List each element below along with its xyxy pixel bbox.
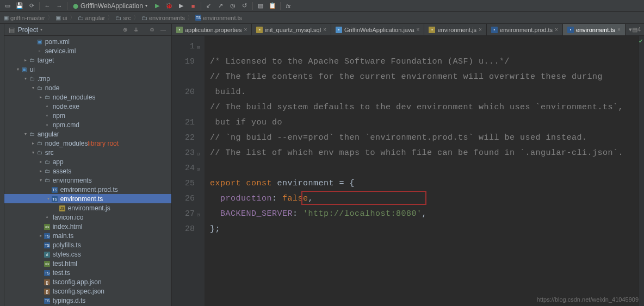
- close-tab-icon[interactable]: ×: [555, 27, 558, 33]
- tree-row[interactable]: 🗀target: [4, 55, 171, 65]
- more-tabs-icon[interactable]: ▾▤4: [626, 24, 644, 35]
- breadcrumb-item[interactable]: ▣griffin-master: [3, 14, 45, 21]
- save-icon[interactable]: 💾: [15, 2, 24, 10]
- vcs-revert-icon[interactable]: ↺: [240, 2, 249, 10]
- tree-row[interactable]: TStest.ts: [4, 268, 171, 277]
- hide-panel-icon[interactable]: —: [159, 26, 167, 34]
- structure-icon[interactable]: ▤: [256, 2, 265, 10]
- main-toolbar: ▭ 💾 ⟳ ← → ⬤ GriffinWebApplication ▶ 🐞 ▶ …: [0, 0, 644, 12]
- error-stripe[interactable]: ✔: [639, 36, 644, 306]
- stop-icon[interactable]: ■: [189, 2, 197, 10]
- code-content[interactable]: /* Licensed to the Apache Software Found…: [205, 36, 639, 306]
- breadcrumb-item[interactable]: 🗀src: [115, 15, 131, 21]
- fx-icon[interactable]: fx: [284, 2, 293, 10]
- close-tab-icon[interactable]: ×: [617, 27, 621, 33]
- close-tab-icon[interactable]: ×: [479, 27, 482, 33]
- project-panel: ▤ Project ⊕ ⇊ ⚙ — ▣pom.xml▫service.iml🗀t…: [4, 24, 172, 306]
- tree-row[interactable]: {}tsconfig.app.json: [4, 277, 171, 286]
- breadcrumb-item[interactable]: TSenvironment.ts: [195, 15, 242, 21]
- editor-tab[interactable]: ▪environment.ts×: [563, 24, 626, 35]
- tree-row[interactable]: 🗀node_modules library root: [4, 139, 171, 148]
- back-icon[interactable]: ←: [43, 2, 52, 10]
- close-tab-icon[interactable]: ×: [417, 27, 420, 33]
- tree-row[interactable]: 🗀.tmp: [4, 74, 171, 83]
- tree-row[interactable]: ▫service.iml: [4, 46, 171, 55]
- tree-row[interactable]: TSpolyfills.ts: [4, 240, 171, 249]
- vcs-history-icon[interactable]: ◷: [228, 2, 237, 10]
- run-config-dropdown[interactable]: ⬤ GriffinWebApplication: [71, 2, 150, 10]
- tree-row[interactable]: 🗀node_modules: [4, 92, 171, 102]
- project-panel-header: ▤ Project ⊕ ⇊ ⚙ —: [4, 24, 171, 36]
- left-tool-strip[interactable]: [0, 24, 4, 306]
- paste-icon[interactable]: 📋: [268, 2, 277, 10]
- tree-row[interactable]: TSenvironment.prod.ts: [4, 185, 171, 194]
- tree-row[interactable]: 🗀angular: [4, 129, 171, 139]
- tree-row[interactable]: TSmain.ts: [4, 231, 171, 240]
- tree-row[interactable]: TSenvironment.ts: [4, 194, 171, 203]
- tree-row[interactable]: 🗀environments: [4, 176, 171, 185]
- open-icon[interactable]: ▭: [3, 2, 12, 10]
- sync-icon[interactable]: ⟳: [27, 2, 36, 10]
- tree-row[interactable]: ▫node.exe: [4, 102, 171, 111]
- tree-row[interactable]: ▫npm.cmd: [4, 120, 171, 129]
- tree-row[interactable]: 🗀node: [4, 83, 171, 92]
- vcs-update-icon[interactable]: ↙: [205, 2, 213, 10]
- editor-tabs: ▪application.properties×▪init_quartz_mys…: [172, 24, 644, 36]
- close-tab-icon[interactable]: ×: [323, 27, 326, 33]
- editor-tab[interactable]: ▪application.properties×: [172, 24, 252, 35]
- breadcrumb-item[interactable]: 🗀angular: [78, 15, 106, 21]
- code-editor[interactable]: ⊟ ⊟ ⊡ ⊡ 119 20 2122232425262728 /* Licen…: [172, 36, 644, 306]
- run-icon[interactable]: ▶: [153, 2, 162, 10]
- forward-icon[interactable]: →: [55, 2, 64, 10]
- scroll-from-source-icon[interactable]: ⊕: [121, 26, 129, 34]
- close-tab-icon[interactable]: ×: [244, 27, 247, 33]
- collapse-all-icon[interactable]: ⇊: [132, 26, 140, 34]
- tree-row[interactable]: TStypings.d.ts: [4, 296, 171, 305]
- tree-row[interactable]: 🗀assets: [4, 166, 171, 176]
- editor-tab[interactable]: ▪environment.prod.ts×: [487, 24, 563, 35]
- tree-row[interactable]: ▣pom.xml: [4, 37, 171, 46]
- breadcrumb-item[interactable]: ▣ui: [55, 14, 67, 21]
- project-view-dropdown[interactable]: Project: [18, 26, 42, 34]
- editor-tab[interactable]: ▪init_quartz_mysql.sql×: [252, 24, 331, 35]
- coverage-icon[interactable]: ▶: [177, 2, 185, 10]
- editor-tab[interactable]: ▪GriffinWebApplication.java×: [331, 24, 424, 35]
- tree-row[interactable]: {}tsconfig.spec.json: [4, 286, 171, 296]
- vcs-commit-icon[interactable]: ↗: [216, 2, 225, 10]
- debug-icon[interactable]: 🐞: [165, 2, 174, 10]
- line-number-gutter[interactable]: ⊟ ⊟ ⊡ ⊡ 119 20 2122232425262728: [172, 36, 205, 306]
- gear-icon[interactable]: ⚙: [148, 26, 156, 34]
- breadcrumb-item[interactable]: 🗀environments: [141, 15, 185, 21]
- tree-row[interactable]: 🗀app: [4, 157, 171, 166]
- tree-row[interactable]: ▫favicon.ico: [4, 213, 171, 222]
- tree-row[interactable]: <>test.html: [4, 259, 171, 268]
- tree-row[interactable]: JSenvironment.js: [4, 203, 171, 213]
- inspection-ok-icon: ✔: [639, 38, 643, 44]
- watermark-text: https://blog.csdn.net/weixin_41045909: [537, 296, 639, 303]
- project-tree[interactable]: ▣pom.xml▫service.iml🗀target▣ui🗀.tmp🗀node…: [4, 36, 171, 306]
- tree-row[interactable]: ▣ui: [4, 65, 171, 74]
- tree-row[interactable]: #styles.css: [4, 249, 171, 259]
- breadcrumb: ▣griffin-master 〉 ▣ui 〉 🗀angular 〉 🗀src …: [0, 12, 644, 24]
- editor-tab[interactable]: ▪environment.js×: [424, 24, 486, 35]
- tree-row[interactable]: ▫npm: [4, 111, 171, 120]
- editor-area: ▪application.properties×▪init_quartz_mys…: [172, 24, 644, 306]
- tree-row[interactable]: <>index.html: [4, 222, 171, 231]
- tree-row[interactable]: 🗀src: [4, 148, 171, 157]
